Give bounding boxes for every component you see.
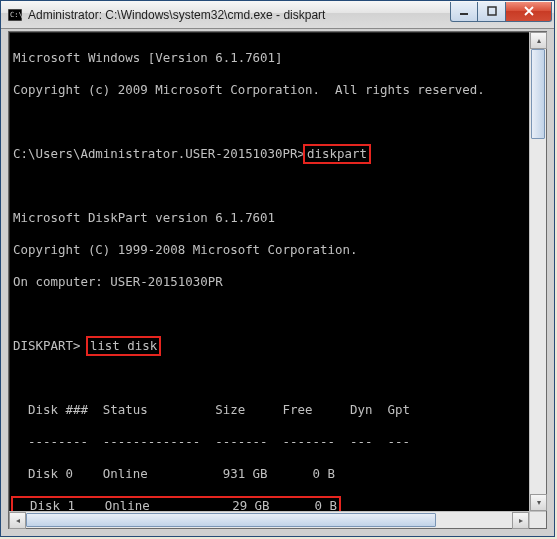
blank-line	[13, 178, 529, 194]
table-header: Disk ### Status Size Free Dyn Gpt	[13, 402, 529, 418]
text-line: On computer: USER-20151030PR	[13, 274, 529, 290]
scroll-up-button[interactable]: ▴	[530, 32, 547, 49]
horizontal-scroll-thumb[interactable]	[26, 513, 436, 527]
minimize-button[interactable]	[450, 2, 478, 22]
vertical-scroll-thumb[interactable]	[531, 49, 545, 139]
window-controls	[450, 2, 552, 22]
maximize-button[interactable]	[478, 2, 506, 22]
text-line: Copyright (c) 2009 Microsoft Corporation…	[13, 82, 529, 98]
cmd-window: C:\ Administrator: C:\Windows\system32\c…	[0, 0, 555, 537]
titlebar[interactable]: C:\ Administrator: C:\Windows\system32\c…	[1, 1, 554, 29]
client-area: Microsoft Windows [Version 6.1.7601] Cop…	[8, 31, 547, 529]
svg-rect-2	[460, 13, 468, 15]
table-row: Disk 0 Online 931 GB 0 B	[13, 466, 529, 482]
scroll-down-button[interactable]: ▾	[530, 494, 547, 511]
text-line: Microsoft DiskPart version 6.1.7601	[13, 210, 529, 226]
scrollbar-corner	[529, 511, 546, 528]
text-line: Microsoft Windows [Version 6.1.7601]	[13, 50, 529, 66]
table-row: Disk 1 Online 29 GB 0 B	[13, 498, 529, 511]
cmd-prompt: C:\Users\Administrator.USER-20151030PR>	[13, 146, 305, 161]
horizontal-scrollbar[interactable]: ◂ ▸	[9, 511, 529, 528]
svg-text:C:\: C:\	[10, 11, 22, 19]
highlight-disk1-row: Disk 1 Online 29 GB 0 B	[11, 496, 341, 511]
blank-line	[13, 370, 529, 386]
svg-rect-3	[488, 7, 496, 15]
blank-line	[13, 306, 529, 322]
prompt-line: DISKPART> list disk	[13, 338, 529, 354]
window-title: Administrator: C:\Windows\system32\cmd.e…	[28, 8, 450, 22]
diskpart-prompt: DISKPART>	[13, 338, 88, 353]
vertical-scrollbar[interactable]: ▴ ▾	[529, 32, 546, 511]
highlight-diskpart: diskpart	[303, 144, 371, 164]
blank-line	[13, 114, 529, 130]
scroll-left-button[interactable]: ◂	[9, 512, 26, 529]
table-divider: -------- ------------- ------- ------- -…	[13, 434, 529, 450]
console-output[interactable]: Microsoft Windows [Version 6.1.7601] Cop…	[9, 32, 529, 511]
scroll-right-button[interactable]: ▸	[512, 512, 529, 529]
close-button[interactable]	[506, 2, 552, 22]
highlight-listdisk: list disk	[86, 336, 161, 356]
prompt-line: C:\Users\Administrator.USER-20151030PR>d…	[13, 146, 529, 162]
text-line: Copyright (C) 1999-2008 Microsoft Corpor…	[13, 242, 529, 258]
cmd-icon: C:\	[7, 7, 23, 23]
